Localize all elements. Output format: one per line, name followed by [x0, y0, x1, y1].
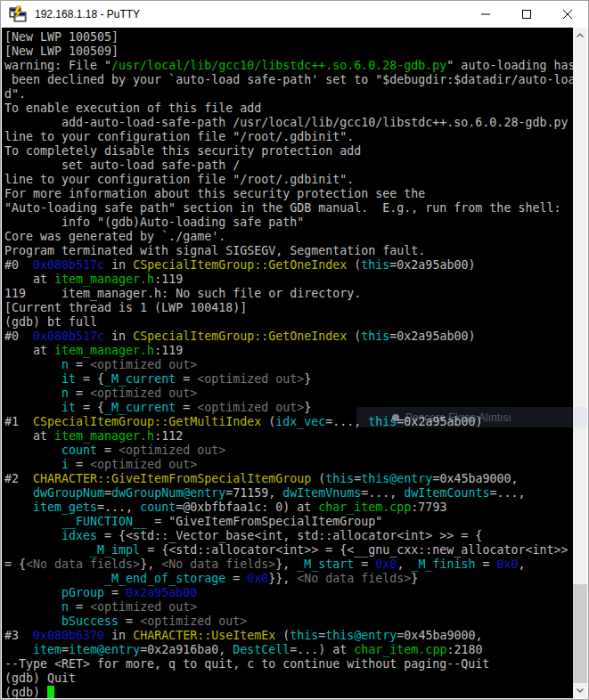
terminal-line: _M_end_of_storage = 0x0}}, <No data fiel… — [4, 572, 575, 586]
terminal-line: #1 CSpecialItemGroup::GetMultiIndex (idx… — [4, 415, 575, 429]
terminal-line: n = <optimized out> — [4, 600, 575, 615]
terminal-line: [Current thread is 1 (LWP 100418)] — [4, 301, 575, 315]
terminal-line: warning: File "/usr/local/lib/gcc10/libs… — [4, 59, 575, 73]
terminal-line: (gdb) — [4, 686, 575, 698]
terminal-line: it = {_M_current = <optimized out>} — [4, 401, 575, 415]
terminal-line: line to your configuration file "/root/.… — [4, 173, 575, 187]
close-icon — [563, 10, 572, 19]
vertical-scrollbar[interactable] — [573, 28, 587, 698]
terminal-line: at item_manager.h:119 — [4, 273, 575, 287]
terminal-line: info "(gdb)Auto-loading safe path" — [4, 216, 575, 230]
terminal-line: For more information about this security… — [4, 187, 575, 201]
window-title: 192.168.1.18 - PuTTY — [35, 8, 465, 20]
title-bar[interactable]: 192.168.1.18 - PuTTY — [1, 1, 588, 28]
terminal-line: item_gets=..., count=@0xbfbfaa1c: 0) at … — [4, 501, 575, 515]
terminal-line: To enable execution of this file add — [4, 102, 575, 116]
terminal-output[interactable]: [New LWP 100505][New LWP 100509]warning:… — [2, 28, 575, 698]
terminal-line: (gdb) bt full — [4, 315, 575, 330]
terminal-line: idxes = {<std::_Vector_base<int, std::al… — [4, 529, 575, 543]
terminal-line: #0 0x080b517c in CSpecialItemGroup::GetO… — [4, 258, 575, 273]
terminal-line: at item_manager.h:119 — [4, 344, 575, 358]
terminal-line: Core was generated by `./game'. — [4, 230, 575, 244]
maximize-icon — [522, 10, 531, 19]
terminal-line: 119 item_manager.h: No such file or dire… — [4, 287, 575, 301]
terminal-line: _M_impl = {<std::allocator<int>> = {<__g… — [4, 543, 575, 558]
scroll-down-button[interactable] — [573, 683, 587, 698]
terminal-line: (gdb) Quit — [4, 672, 575, 686]
terminal-line: bSuccess = <optimized out> — [4, 615, 575, 629]
minimize-icon — [481, 10, 490, 19]
terminal-line: To completely disable this security prot… — [4, 144, 575, 159]
terminal-line: n = <optimized out> — [4, 387, 575, 401]
terminal-line: i = <optimized out> — [4, 458, 575, 472]
terminal-line: "Auto-loading safe path" section in the … — [4, 201, 575, 216]
terminal-line: n = <optimized out> — [4, 358, 575, 372]
terminal-line: __FUNCTION__ = "GiveItemFromSpecialItemG… — [4, 515, 575, 529]
maximize-button[interactable] — [506, 1, 547, 28]
chevron-up-icon — [577, 33, 584, 37]
terminal-line: count = <optimized out> — [4, 444, 575, 458]
terminal-line: d". — [4, 87, 575, 102]
terminal-line: = {<No data fields>}, <No data fields>},… — [4, 558, 575, 572]
terminal-line: Program terminated with signal SIGSEGV, … — [4, 244, 575, 258]
terminal-line: [New LWP 100505] — [4, 30, 575, 45]
chevron-down-icon — [577, 688, 584, 693]
terminal-line: pGroup = 0x2a95ab00 — [4, 586, 575, 600]
close-button[interactable] — [547, 1, 588, 28]
terminal-line: [New LWP 100509] — [4, 45, 575, 59]
terminal-line: #2 CHARACTER::GiveItemFromSpecialItemGro… — [4, 472, 575, 486]
terminal-cursor — [47, 686, 54, 698]
terminal-line: been declined by your `auto-load safe-pa… — [4, 73, 575, 87]
terminal-line: it = {_M_current = <optimized out>} — [4, 372, 575, 387]
terminal-line: at item_manager.h:112 — [4, 429, 575, 444]
terminal-line: line to your configuration file "/root/.… — [4, 130, 575, 144]
terminal-line: #0 0x080b517c in CSpecialItemGroup::GetO… — [4, 330, 575, 344]
terminal-line: add-auto-load-safe-path /usr/local/lib/g… — [4, 116, 575, 130]
terminal-line: set auto-load safe-path / — [4, 159, 575, 173]
minimize-button[interactable] — [465, 1, 506, 28]
putty-app-icon[interactable] — [9, 5, 27, 23]
scroll-up-button[interactable] — [573, 28, 587, 43]
putty-window: 192.168.1.18 - PuTTY [New LWP 100505][Ne… — [0, 0, 589, 700]
terminal-line: #3 0x080b6370 in CHARACTER::UseItemEx (t… — [4, 629, 575, 643]
terminal-line: item=item@entry=0x2a916ba0, DestCell=...… — [4, 643, 575, 657]
scrollbar-thumb[interactable] — [573, 584, 587, 686]
terminal-line: --Type <RET> for more, q to quit, c to c… — [4, 657, 575, 672]
terminal-line: dwGroupNum=dwGroupNum@entry=71159, dwIte… — [4, 486, 575, 501]
